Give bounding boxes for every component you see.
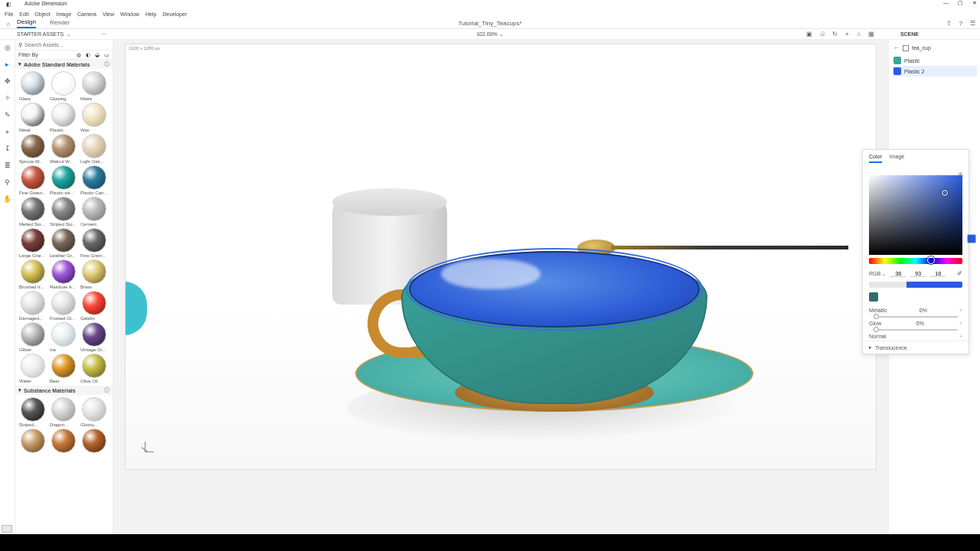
feedback-icon[interactable]: ☰ [970,20,975,27]
tab-image[interactable]: Image [890,154,904,163]
home-icon[interactable]: ⌂ [5,20,12,28]
material-swatch[interactable]: Water [18,354,47,383]
tool-magic-wand-icon[interactable]: ✧ [3,93,12,103]
section-caret-icon[interactable]: ▾ [18,61,21,67]
info-icon[interactable]: ⓘ [104,60,109,68]
material-swatch[interactable]: Plastic [49,103,78,132]
mode-render[interactable]: Render [50,19,70,28]
filter-lights-icon[interactable]: ◒ [95,52,100,58]
viewport[interactable]: 1920 x 1280 px [113,40,888,551]
zoom-level[interactable]: 102.08% ⌄ [476,31,504,37]
color-panel[interactable]: Color Image ⇱ RGB ⌄ ✐ Metallic 0% + Glow… [862,149,969,354]
material-swatch[interactable]: Matte [80,71,109,101]
menu-camera[interactable]: Camera [77,11,96,17]
menu-image[interactable]: Image [57,11,71,17]
filter-images-icon[interactable]: ▭ [104,52,109,58]
tool-sampler-icon[interactable]: ✎ [3,110,12,119]
alpha-slider[interactable] [869,282,962,288]
scene-back-icon[interactable]: ← [893,44,900,51]
window-minimize[interactable]: — [943,0,949,6]
material-swatch[interactable]: Striped Sto... [49,197,78,227]
material-swatch[interactable]: Cement [80,197,109,227]
material-swatch[interactable]: Brushed Ir... [18,259,47,289]
tool-pan-icon[interactable]: ✋ [3,194,12,204]
material-swatch[interactable]: Gelatin [80,291,109,321]
color-mode-select[interactable]: RGB [869,271,880,276]
camera-undo-icon[interactable]: ⦾ [820,31,825,38]
material-swatch[interactable]: Glass [18,71,47,101]
material-swatch[interactable]: Frosted Gl... [49,291,78,321]
menu-object[interactable]: Object [34,11,50,17]
spoon-object[interactable] [577,240,853,252]
previous-color-swatch[interactable] [869,292,878,302]
tool-align-icon[interactable]: ↧ [3,144,12,153]
tool-select-icon[interactable]: ▸ [3,60,12,69]
chevron-down-icon[interactable]: ⌄ [67,31,70,37]
material-swatch[interactable]: Walnut W... [49,134,78,164]
material-swatch[interactable]: Glitter [18,322,47,352]
chevron-down-icon[interactable]: ⌄ [882,271,886,276]
menu-file[interactable]: File [5,11,13,17]
material-swatch[interactable]: Plastic Can... [80,165,109,195]
chevron-right-icon[interactable]: ▸ [869,344,872,350]
color-b-input[interactable] [930,271,946,277]
menu-help[interactable]: Help [145,11,156,17]
add-prop-icon[interactable]: + [959,308,962,313]
tool-target-icon[interactable]: ◎ [3,43,12,52]
add-prop-icon[interactable]: + [959,334,962,339]
home-view-icon[interactable]: ⌂ [857,31,861,38]
material-swatch[interactable]: Melted Sto... [18,197,47,227]
frame-icon[interactable]: ⌖ [845,31,849,38]
menu-developer[interactable]: Developer [162,11,187,17]
translucence-label[interactable]: Translucence [875,345,907,350]
share-icon[interactable]: ⇪ [946,20,952,27]
canvas[interactable]: 1920 x 1280 px [126,44,876,469]
tool-add-icon[interactable]: ＋ [3,127,12,136]
window-close[interactable]: ✕ [972,0,977,6]
material-swatch[interactable]: Brass [80,259,109,289]
info-icon[interactable]: ⓘ [104,386,109,394]
scene-material-row[interactable]: Plastic [892,55,977,66]
glow-slider[interactable] [874,329,958,331]
section-caret-icon[interactable]: ▾ [18,387,21,393]
material-swatch[interactable]: Fine Grain... [80,228,109,258]
tool-zoom-icon[interactable]: ⚲ [3,178,12,187]
hue-slider[interactable] [869,258,962,264]
material-swatch[interactable]: Spruce W... [18,134,47,164]
material-swatch[interactable]: Fine Green... [18,165,47,195]
material-swatch[interactable]: Wax [80,103,109,132]
material-swatch[interactable]: Ice [49,322,78,352]
render-preview-icon[interactable]: ▦ [868,31,874,38]
tool-move-icon[interactable]: ✥ [3,77,12,86]
eyedropper-icon[interactable]: ✐ [957,270,962,277]
material-swatch[interactable]: Plastic wit... [49,165,78,195]
search-input[interactable] [24,42,109,47]
metallic-slider[interactable] [874,316,958,318]
hue-picker[interactable] [927,256,935,264]
starter-assets-dropdown[interactable]: STARTER ASSETS [17,31,64,37]
window-maximize[interactable]: ▢ [958,0,963,6]
color-field[interactable] [869,175,962,255]
material-swatch[interactable]: Rainbow A... [49,259,78,289]
material-swatch[interactable] [80,429,109,454]
material-swatch[interactable]: Striped... [18,397,47,427]
scene-object-name[interactable]: tea_cup [912,45,931,51]
filter-models-icon[interactable]: ◍ [77,52,81,58]
material-swatch[interactable]: Diagon... [49,397,78,427]
menu-edit[interactable]: Edit [19,11,28,17]
tab-color[interactable]: Color [869,154,882,163]
teacup-interior[interactable] [409,251,700,328]
material-swatch[interactable]: Glossy... [80,397,109,427]
menu-view[interactable]: View [103,11,114,17]
filter-materials-icon[interactable]: ◐ [86,52,90,58]
mode-design[interactable]: Design [17,18,36,28]
help-icon[interactable]: ? [959,20,962,27]
material-swatch[interactable]: Metal [18,103,47,132]
material-swatch[interactable]: Large Grai... [18,228,47,258]
tool-horizon-icon[interactable]: ≣ [3,161,12,170]
taskbar-app-icon[interactable] [2,525,12,533]
refresh-icon[interactable]: ↻ [832,31,838,38]
color-field-picker[interactable] [942,190,948,196]
material-swatch[interactable]: Glowing [49,71,78,101]
app-menu-icon[interactable]: ◧ [3,2,14,8]
